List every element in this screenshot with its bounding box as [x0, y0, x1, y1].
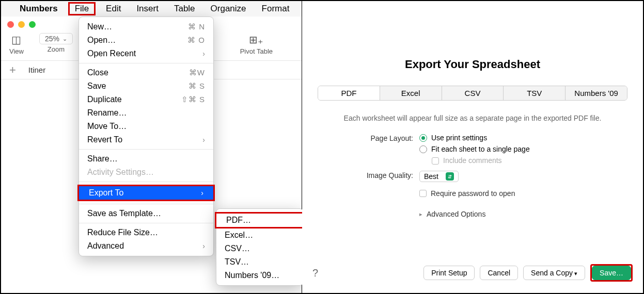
dialog-footer: ? Print Setup Cancel Send a Copy Save…: [302, 264, 643, 282]
tab-pdf[interactable]: PDF: [318, 86, 380, 100]
page-layout-label: Page Layout:: [318, 134, 413, 142]
checkbox-icon: [432, 157, 439, 165]
menubar: Numbers File Edit Insert Table Organize …: [1, 1, 302, 17]
tab-csv[interactable]: CSV: [442, 86, 504, 100]
advanced-options-disclosure[interactable]: ▸Advanced Options: [419, 210, 485, 218]
menu-item-close[interactable]: Close⌘W: [79, 66, 213, 79]
submenu-item-numbers09[interactable]: Numbers '09…: [216, 269, 303, 282]
menu-item-advanced[interactable]: Advanced›: [79, 239, 213, 253]
radio-off-icon: [419, 145, 427, 153]
zoom-value: 25%: [45, 35, 59, 43]
toolbar-view-label: View: [9, 47, 24, 55]
menu-item-duplicate[interactable]: Duplicate⇧⌘ S: [79, 93, 213, 106]
toolbar-zoom[interactable]: 25%⌄ Zoom: [39, 33, 73, 53]
checkbox-icon: [419, 190, 427, 197]
toolbar-view[interactable]: ◫ View: [9, 33, 24, 55]
menu-insert[interactable]: Insert: [134, 3, 161, 15]
app-name[interactable]: Numbers: [18, 3, 60, 15]
chevron-right-icon: ›: [202, 50, 205, 58]
minimize-window-icon[interactable]: [18, 21, 25, 28]
close-window-icon[interactable]: [7, 21, 14, 28]
export-to-submenu: PDF… Excel… CSV… TSV… Numbers '09…: [216, 208, 304, 286]
menu-file[interactable]: File: [73, 3, 91, 14]
toolbar-pivot[interactable]: ⊞₊ Pivot Table: [240, 33, 273, 55]
menu-edit[interactable]: Edit: [104, 3, 123, 15]
numbers-app-window: Numbers File Edit Insert Table Organize …: [1, 1, 302, 293]
checkbox-require-password[interactable]: Require password to open: [419, 189, 515, 198]
toolbar-pivot-label: Pivot Table: [240, 47, 273, 55]
radio-use-print-settings[interactable]: Use print settings: [419, 134, 530, 142]
save-button[interactable]: Save…: [592, 266, 631, 280]
menu-item-open-recent[interactable]: Open Recent›: [79, 47, 213, 60]
chevron-right-icon: ›: [201, 189, 203, 197]
menu-item-share[interactable]: Share…: [79, 152, 213, 166]
dialog-description: Each worksheet will appear full size as …: [318, 114, 627, 122]
radio-fit-single-page[interactable]: Fit each sheet to a single page: [419, 145, 530, 153]
radio-on-icon: [419, 134, 427, 142]
send-a-copy-button[interactable]: Send a Copy: [523, 266, 585, 280]
tab-numbers09[interactable]: Numbers '09: [566, 86, 627, 100]
menu-item-save-as-template[interactable]: Save as Template…: [79, 207, 213, 220]
disclosure-triangle-icon: ▸: [419, 211, 422, 218]
submenu-item-csv[interactable]: CSV…: [216, 242, 303, 255]
submenu-item-excel[interactable]: Excel…: [216, 228, 303, 242]
sidebar-icon: ◫: [11, 33, 21, 46]
submenu-item-pdf[interactable]: PDF…: [216, 214, 303, 227]
export-dialog: Export Your Spreadsheet PDF Excel CSV TS…: [302, 1, 643, 293]
cancel-button[interactable]: Cancel: [480, 266, 518, 280]
file-menu-dropdown: New…⌘ N Open…⌘ O Open Recent› Close⌘W Sa…: [78, 17, 214, 256]
select-arrows-icon: ⇵: [446, 172, 454, 181]
menu-format[interactable]: Format: [260, 3, 292, 15]
image-quality-select[interactable]: Best ⇵: [419, 171, 459, 182]
zoom-window-icon[interactable]: [29, 21, 36, 28]
sheet-tab[interactable]: Itiner: [28, 66, 45, 74]
menu-item-revert-to[interactable]: Revert To›: [79, 133, 213, 146]
menu-item-rename[interactable]: Rename…: [79, 106, 213, 120]
chevron-down-icon: ⌄: [62, 36, 67, 42]
chevron-right-icon: ›: [202, 136, 205, 144]
tab-excel[interactable]: Excel: [380, 86, 442, 100]
submenu-item-tsv[interactable]: TSV…: [216, 255, 303, 269]
menu-table[interactable]: Table: [172, 3, 197, 15]
menu-item-open[interactable]: Open…⌘ O: [79, 34, 213, 47]
toolbar-zoom-label: Zoom: [48, 45, 65, 53]
print-setup-button[interactable]: Print Setup: [423, 266, 475, 280]
image-quality-label: Image Quality:: [318, 171, 413, 179]
help-button[interactable]: ?: [312, 267, 318, 279]
dialog-title: Export Your Spreadsheet: [318, 58, 627, 71]
checkbox-include-comments: Include comments: [432, 156, 530, 165]
menu-item-activity-settings: Activity Settings…: [79, 166, 213, 179]
menu-item-save[interactable]: Save⌘ S: [79, 79, 213, 93]
menu-organize[interactable]: Organize: [209, 3, 248, 15]
chevron-right-icon: ›: [202, 242, 205, 250]
menu-item-move-to[interactable]: Move To…: [79, 120, 213, 133]
tab-tsv[interactable]: TSV: [504, 86, 566, 100]
menu-item-new[interactable]: New…⌘ N: [79, 20, 213, 34]
format-segmented-control: PDF Excel CSV TSV Numbers '09: [318, 86, 627, 101]
add-sheet-button[interactable]: +: [9, 64, 16, 76]
image-quality-value: Best: [424, 172, 438, 181]
menu-item-export-to[interactable]: Export To›: [79, 186, 213, 200]
menu-item-reduce-file-size[interactable]: Reduce File Size…: [79, 226, 213, 239]
pivot-table-icon: ⊞₊: [249, 33, 263, 46]
